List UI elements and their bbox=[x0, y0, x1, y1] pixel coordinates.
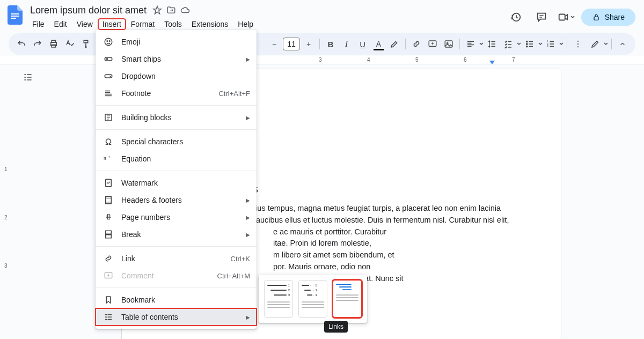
menu-item-building-blocks[interactable]: Building blocks▶ bbox=[96, 109, 257, 126]
menu-tools[interactable]: Tools bbox=[160, 19, 186, 30]
svg-point-14 bbox=[526, 46, 527, 47]
bulleted-list-button[interactable] bbox=[522, 36, 537, 51]
menu-item-special-chars[interactable]: Special characters bbox=[96, 133, 257, 150]
equation-icon: π2 bbox=[103, 155, 114, 163]
editing-mode-button[interactable] bbox=[588, 36, 603, 51]
hide-menus-icon[interactable] bbox=[615, 36, 630, 51]
menu-view[interactable]: View bbox=[72, 19, 97, 30]
toc-option-dotted[interactable]: ···1 ··2 ·3 bbox=[298, 280, 327, 318]
watermark-icon bbox=[103, 178, 114, 188]
app-header: Lorem ipsum dolor sit amet File Edit Vie… bbox=[0, 0, 644, 32]
menu-item-footnote[interactable]: FootnoteCtrl+Alt+F bbox=[96, 85, 257, 102]
checklist-button[interactable] bbox=[501, 36, 516, 51]
menu-edit[interactable]: Edit bbox=[50, 19, 71, 30]
chevron-right-icon: ▶ bbox=[246, 56, 250, 62]
menu-item-bookmark[interactable]: Bookmark bbox=[96, 291, 257, 308]
menu-help[interactable]: Help bbox=[233, 19, 258, 30]
more-options-icon[interactable] bbox=[570, 36, 586, 51]
version-history-icon[interactable] bbox=[506, 8, 525, 27]
menu-file[interactable]: File bbox=[28, 19, 49, 30]
chevron-right-icon: ▶ bbox=[246, 314, 250, 320]
svg-text:π: π bbox=[104, 155, 106, 161]
smart-chips-icon bbox=[103, 54, 114, 64]
menu-format[interactable]: Format bbox=[127, 19, 159, 30]
share-button[interactable]: Share bbox=[581, 9, 635, 26]
building-blocks-icon bbox=[103, 113, 114, 122]
menu-item-dropdown[interactable]: Dropdown bbox=[96, 68, 257, 85]
chevron-right-icon: ▶ bbox=[246, 215, 250, 220]
add-comment-icon[interactable] bbox=[425, 36, 440, 51]
highlight-color-button[interactable] bbox=[387, 36, 402, 51]
cloud-status-icon[interactable] bbox=[180, 5, 191, 16]
document-outline-icon[interactable] bbox=[20, 70, 35, 85]
menu-insert[interactable]: Insert bbox=[98, 19, 126, 30]
svg-point-25 bbox=[106, 58, 108, 60]
vertical-ruler[interactable]: 1 2 3 bbox=[0, 64, 17, 339]
italic-button[interactable]: I bbox=[339, 36, 354, 51]
menu-item-toc[interactable]: Table of contents▶ bbox=[96, 308, 257, 326]
svg-rect-0 bbox=[11, 13, 19, 14]
menu-item-comment[interactable]: CommentCtrl+Alt+M bbox=[96, 267, 257, 284]
redo-icon[interactable] bbox=[30, 36, 45, 51]
menu-item-equation[interactable]: π2Equation bbox=[96, 150, 257, 167]
chevron-down-icon[interactable] bbox=[604, 42, 608, 46]
break-icon bbox=[103, 230, 114, 239]
menu-item-page-numbers[interactable]: Page numbers▶ bbox=[96, 209, 257, 226]
numbered-list-button[interactable]: 123 bbox=[544, 36, 559, 51]
bookmark-icon bbox=[103, 295, 114, 305]
menu-item-smart-chips[interactable]: Smart chips▶ bbox=[96, 50, 257, 68]
menu-item-break[interactable]: Break▶ bbox=[96, 226, 257, 243]
meet-button[interactable] bbox=[558, 8, 575, 27]
svg-rect-5 bbox=[594, 17, 598, 20]
spellcheck-icon[interactable] bbox=[62, 36, 77, 51]
insert-link-icon[interactable] bbox=[409, 36, 424, 51]
svg-point-20 bbox=[577, 46, 579, 47]
left-sidebar bbox=[17, 64, 39, 339]
svg-rect-33 bbox=[106, 235, 112, 238]
line-spacing-button[interactable] bbox=[485, 36, 500, 51]
star-icon[interactable] bbox=[152, 5, 163, 16]
docs-logo[interactable] bbox=[4, 4, 26, 26]
ruler-indent-marker[interactable] bbox=[489, 61, 495, 64]
svg-rect-7 bbox=[52, 40, 56, 42]
toc-icon bbox=[103, 312, 114, 322]
svg-rect-31 bbox=[106, 196, 112, 204]
menu-item-emoji[interactable]: Emoji bbox=[96, 33, 257, 50]
paint-format-icon[interactable] bbox=[78, 36, 93, 51]
svg-point-19 bbox=[577, 43, 579, 45]
font-size-increase[interactable]: + bbox=[301, 36, 316, 51]
svg-rect-4 bbox=[559, 14, 565, 20]
toc-option-plain[interactable]: 1 2 3 bbox=[264, 280, 293, 318]
font-size-input[interactable]: 11 bbox=[283, 38, 300, 50]
menu-item-headers-footers[interactable]: Headers & footers▶ bbox=[96, 191, 257, 209]
document-title[interactable]: Lorem ipsum dolor sit amet bbox=[28, 5, 149, 16]
headers-footers-icon bbox=[103, 195, 114, 205]
chevron-down-icon[interactable] bbox=[559, 42, 564, 46]
bold-button[interactable]: B bbox=[323, 36, 338, 51]
menu-item-link[interactable]: LinkCtrl+K bbox=[96, 250, 257, 267]
chevron-down-icon[interactable] bbox=[517, 42, 521, 46]
text-color-button[interactable]: A bbox=[371, 36, 386, 51]
chevron-down-icon[interactable] bbox=[538, 42, 543, 46]
svg-point-13 bbox=[526, 43, 527, 45]
menu-extensions[interactable]: Extensions bbox=[187, 19, 232, 30]
open-comments-icon[interactable] bbox=[532, 8, 551, 27]
lock-icon bbox=[592, 13, 601, 21]
svg-point-22 bbox=[107, 41, 108, 42]
print-icon[interactable] bbox=[46, 36, 61, 51]
chevron-right-icon: ▶ bbox=[246, 115, 250, 121]
undo-icon[interactable] bbox=[14, 36, 29, 51]
menubar: File Edit View Insert Format Tools Exten… bbox=[28, 17, 506, 31]
font-size-decrease[interactable]: − bbox=[267, 36, 282, 51]
move-to-folder-icon[interactable] bbox=[166, 5, 177, 16]
menu-item-watermark[interactable]: Watermark bbox=[96, 174, 257, 191]
share-label: Share bbox=[605, 13, 625, 21]
emoji-icon bbox=[103, 37, 114, 47]
underline-button[interactable]: U bbox=[355, 36, 370, 51]
chevron-down-icon[interactable] bbox=[479, 42, 484, 46]
toc-option-links[interactable] bbox=[333, 280, 362, 318]
page-numbers-icon bbox=[103, 212, 114, 222]
align-button[interactable] bbox=[463, 36, 478, 51]
insert-image-icon[interactable] bbox=[441, 36, 456, 51]
svg-rect-2 bbox=[11, 18, 16, 19]
